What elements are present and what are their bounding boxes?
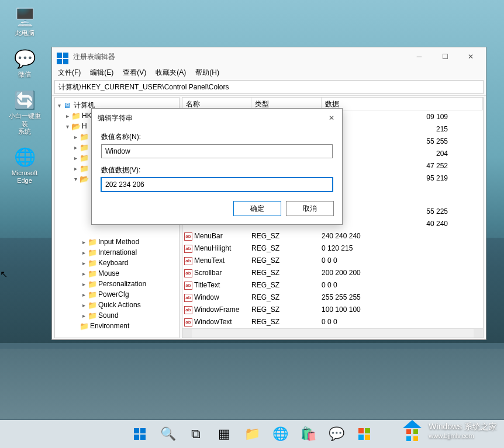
reg-sz-icon: ab <box>182 317 193 327</box>
value-type: REG_SZ <box>251 318 322 326</box>
column-data[interactable]: 数据 <box>322 98 483 110</box>
tree-partial[interactable] <box>55 226 179 237</box>
chevron-icon[interactable]: ▸ <box>71 134 80 140</box>
svg-rect-3 <box>413 436 418 441</box>
tree-folder-powercfg[interactable]: ▸ 📁 PowerCfg <box>55 289 179 300</box>
value-row-menubar[interactable]: ab MenuBar REG_SZ 240 240 240 <box>182 230 483 242</box>
value-data: 0 0 0 <box>322 281 483 289</box>
tree-folder-personalization[interactable]: ▸ 📁 Personalization <box>55 279 179 289</box>
reg-sz-icon: ab <box>182 256 193 265</box>
cursor-icon: ↖ <box>0 269 8 280</box>
value-row-titletext[interactable]: ab TitleText REG_SZ 0 0 0 <box>182 279 483 291</box>
folder-icon: 🖥 <box>63 101 73 109</box>
value-name: Scrollbar <box>193 269 251 277</box>
file-explorer-icon[interactable]: 📁 <box>240 422 264 446</box>
menu-item[interactable]: 编辑(E) <box>88 67 116 79</box>
regedit-icon <box>57 50 68 64</box>
chevron-icon[interactable]: ▸ <box>63 113 71 119</box>
value-type: REG_SZ <box>251 281 322 289</box>
desktop-icon-this-pc[interactable]: 🖥️ 此电脑 <box>6 6 43 37</box>
folder-icon: 📂 <box>71 122 81 130</box>
value-data-input[interactable] <box>101 178 333 192</box>
app-icon[interactable] <box>353 422 376 446</box>
close-button[interactable]: ✕ <box>458 48 484 65</box>
ok-button[interactable]: 确定 <box>233 201 281 216</box>
start-button[interactable] <box>128 422 151 446</box>
chevron-icon[interactable]: ▸ <box>80 239 88 245</box>
tree-folder-environment[interactable]: 📁 Environment <box>55 321 179 331</box>
menu-item[interactable]: 文件(F) <box>56 67 83 79</box>
chevron-icon[interactable]: ▸ <box>80 281 88 287</box>
value-row-windowframe[interactable]: ab WindowFrame REG_SZ 100 100 100 <box>182 303 483 315</box>
reg-sz-icon: ab <box>182 293 193 302</box>
window-title: 注册表编辑器 <box>73 52 406 62</box>
folder-icon: 📁 <box>80 143 89 151</box>
value-row-windowtext[interactable]: ab WindowText REG_SZ 0 0 0 <box>182 315 483 328</box>
widgets-icon[interactable]: ▦ <box>212 422 236 446</box>
value-name: Window <box>193 293 251 301</box>
menu-item[interactable]: 查看(V) <box>120 67 149 79</box>
chevron-icon[interactable]: ▾ <box>63 123 71 130</box>
reg-sz-icon: ab <box>182 268 193 277</box>
search-icon[interactable]: 🔍 <box>156 422 179 446</box>
value-row-scrollbar[interactable]: ab Scrollbar REG_SZ 200 200 200 <box>182 266 483 279</box>
chevron-icon[interactable]: ▸ <box>80 270 88 277</box>
titlebar[interactable]: 注册表编辑器 ─ ☐ ✕ <box>52 47 486 66</box>
chevron-icon[interactable]: ▸ <box>80 260 88 266</box>
tree-folder-sound[interactable]: ▸ 📁 Sound <box>55 310 179 321</box>
desktop-icon-edge[interactable]: 🌐 MicrosoftEdge <box>6 146 43 185</box>
menu-item[interactable]: 帮助(H) <box>193 67 222 79</box>
tree-label: Personalization <box>98 280 146 288</box>
folder-icon: 📁 <box>88 311 97 319</box>
chevron-icon[interactable]: ▸ <box>71 144 80 151</box>
value-data: 255 255 255 <box>322 293 483 301</box>
value-row-menuhilight[interactable]: ab MenuHilight REG_SZ 0 120 215 <box>182 242 483 254</box>
folder-icon: 📂 <box>80 175 89 183</box>
chevron-icon[interactable]: ▸ <box>80 312 88 319</box>
desktop-icon-label: MicrosoftEdge <box>12 169 38 185</box>
tree-label: Sound <box>98 311 119 319</box>
tree-label: Input Method <box>98 238 139 246</box>
tree-label: International <box>98 248 137 256</box>
value-row-window[interactable]: ab Window REG_SZ 255 255 255 <box>182 291 483 303</box>
tree-label: PowerCfg <box>98 290 129 298</box>
chevron-icon[interactable]: ▸ <box>80 302 88 308</box>
chevron-icon[interactable]: ▸ <box>71 165 80 172</box>
cancel-button[interactable]: 取消 <box>286 201 334 216</box>
tree-folder-input-method[interactable]: ▸ 📁 Input Method <box>55 237 179 247</box>
folder-icon: 📁 <box>88 259 97 267</box>
wechat-taskbar-icon[interactable]: 💬 <box>325 422 348 446</box>
value-name-input[interactable] <box>101 144 333 158</box>
store-icon[interactable]: 🛍️ <box>296 422 320 446</box>
menu-item[interactable]: 收藏夹(A) <box>153 67 188 79</box>
horizontal-scrollbar[interactable] <box>182 328 483 338</box>
tree-folder-mouse[interactable]: ▸ 📁 Mouse <box>55 268 179 279</box>
dialog-close-button[interactable]: ✕ <box>325 111 339 125</box>
maximize-button[interactable]: ☐ <box>432 48 458 65</box>
this-pc-icon: 🖥️ <box>13 6 36 28</box>
address-bar[interactable]: 计算机\HKEY_CURRENT_USER\Control Panel\Colo… <box>54 80 484 94</box>
menubar: 文件(F)编辑(E)查看(V)收藏夹(A)帮助(H) <box>52 66 486 79</box>
chevron-icon[interactable]: ▸ <box>80 291 88 298</box>
tree-folder-quick-actions[interactable]: ▸ 📁 Quick Actions <box>55 300 179 310</box>
value-data: 200 200 200 <box>322 269 483 277</box>
tree-folder-keyboard[interactable]: ▸ 📁 Keyboard <box>55 258 179 268</box>
folder-icon: 📁 <box>88 248 97 256</box>
chevron-icon[interactable]: ▸ <box>80 249 88 256</box>
chevron-icon[interactable]: ▸ <box>71 155 80 161</box>
chevron-icon[interactable]: ▾ <box>71 176 80 182</box>
chevron-icon[interactable]: ▾ <box>55 102 63 109</box>
task-view-icon[interactable]: ⧉ <box>184 422 208 446</box>
dialog-title: 编辑字符串 <box>92 109 342 127</box>
edge-icon[interactable]: 🌐 <box>268 422 292 446</box>
watermark: Windows 系统之家 www.bjjmlv.com <box>399 418 497 443</box>
desktop-icon-xiaobai[interactable]: 🔄 小白一键重装系统 <box>6 89 43 136</box>
folder-icon: 📁 <box>80 133 89 141</box>
value-type: REG_SZ <box>251 256 322 265</box>
minimize-button[interactable]: ─ <box>406 48 432 65</box>
desktop-icon-wechat[interactable]: 💬 微信 <box>6 47 43 78</box>
tree-folder-international[interactable]: ▸ 📁 International <box>55 247 179 258</box>
value-name: MenuBar <box>193 232 251 240</box>
value-type: REG_SZ <box>251 269 322 277</box>
value-row-menutext[interactable]: ab MenuText REG_SZ 0 0 0 <box>182 254 483 266</box>
